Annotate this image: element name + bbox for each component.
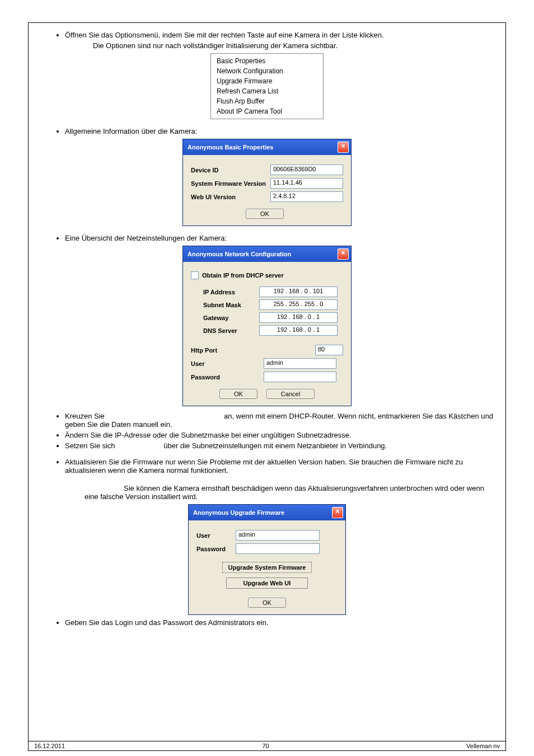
upgrade-system-button[interactable]: Upgrade System Firmware (222, 562, 312, 573)
dhcp-label: Obtain IP from DHCP server (202, 272, 284, 279)
close-icon[interactable]: × (332, 507, 343, 518)
device-id-value: 00606E8369D0 (270, 165, 343, 175)
upgrade-webui-button[interactable]: Upgrade Web UI (226, 577, 308, 589)
user-label: User (191, 360, 230, 367)
close-icon[interactable]: × (338, 142, 349, 153)
bullet-3: Eine Übersicht der Netzeinstellungen der… (65, 234, 497, 242)
page-footer: 16.12.2011 70 Velleman nv (29, 741, 505, 750)
close-icon[interactable]: × (338, 248, 349, 260)
bullet-7-text: Aktualisieren Sie die Firmware nur wenn … (65, 458, 463, 475)
pw-input[interactable] (264, 372, 336, 382)
dhcp-checkbox[interactable] (191, 271, 199, 279)
mask-input[interactable]: 255 . 255 . 255 . 0 (259, 299, 338, 310)
ip-label: IP Address (203, 289, 259, 295)
fw-value: 11.14.1.46 (270, 178, 343, 189)
footer-date: 16.12.2011 (34, 743, 65, 749)
bullet-4: Kreuzen Sie an, wenn mit einem DHCP-Rout… (65, 412, 497, 429)
dlg-basic-title: Anonymous Basic Properties (188, 144, 273, 151)
pw-label: Password (191, 374, 230, 381)
dlg-net-title: Anonymous Network Configuration (188, 251, 291, 257)
ctx-item-about[interactable]: About IP Camera Tool (217, 106, 312, 116)
ctx-item-upgrade[interactable]: Upgrade Firmware (217, 76, 312, 86)
mask-label: Subnet Mask (203, 302, 259, 308)
bullet-1-text: Öffnen Sie das Optionsmenü, indem Sie mi… (65, 31, 384, 39)
dns-label: DNS Server (203, 327, 259, 334)
webui-label: Web UI Version (191, 194, 270, 200)
ctx-item-flush[interactable]: Flush Arp Buffer (217, 96, 312, 106)
ip-input[interactable]: 192 . 168 . 0 . 101 (259, 287, 338, 297)
footer-company: Velleman nv (466, 743, 500, 749)
ctx-item-refresh[interactable]: Refresh Camera List (217, 86, 312, 96)
up-pw-input[interactable] (236, 543, 320, 554)
dns-input[interactable]: 192 . 168 . 0 . 1 (259, 325, 338, 336)
up-pw-label: Password (196, 546, 236, 552)
device-id-label: Device ID (191, 167, 270, 173)
cancel-button[interactable]: Cancel (266, 389, 315, 399)
bullet-5: Ändern Sie die IP-Adresse oder die Subne… (65, 431, 497, 439)
fw-label: System Firmware Version (191, 180, 270, 187)
ok-button[interactable]: OK (248, 598, 286, 608)
gw-input[interactable]: 192 . 168 . 0 . 1 (259, 312, 338, 323)
gw-label: Gateway (203, 314, 259, 321)
bullet-6: Setzen Sie sich über die Subnetzeinstell… (65, 442, 497, 450)
footer-page: 70 (262, 743, 269, 749)
ctx-item-basic[interactable]: Basic Properties (217, 56, 312, 66)
bullet-7: Aktualisieren Sie die Firmware nur wenn … (65, 458, 497, 483)
bullet-1-sub: Die Optionen sind nur nach vollständiger… (93, 41, 497, 50)
up-user-input[interactable]: admin (236, 530, 320, 541)
port-label: Http Port (191, 347, 230, 354)
user-input[interactable]: admin (264, 358, 336, 369)
bullet-8: Geben Sie das Login und das Passwort des… (65, 618, 497, 627)
webui-value: 2.4.8.12 (270, 191, 343, 202)
ok-button[interactable]: OK (246, 209, 284, 219)
bullet-2: Allgemeine Information über die Kamera: (65, 127, 497, 135)
port-input[interactable]: 80 (315, 345, 343, 355)
ctx-item-network[interactable]: Network Configuration (217, 66, 312, 76)
ok-button[interactable]: OK (219, 389, 257, 399)
dlg-up-title: Anonymous Upgrade Firmware (193, 509, 284, 516)
up-user-label: User (196, 532, 236, 539)
dialog-basic-properties: Anonymous Basic Properties × Device ID00… (182, 139, 352, 226)
context-menu[interactable]: Basic Properties Network Configuration U… (210, 53, 324, 119)
dialog-network-config: Anonymous Network Configuration × Obtain… (182, 246, 352, 406)
bullet-7-sub: Sie können die Kamera ernsthaft beschädi… (85, 484, 497, 501)
bullet-1: Öffnen Sie das Optionsmenü, indem Sie mi… (65, 31, 497, 39)
dialog-upgrade-firmware: Anonymous Upgrade Firmware × Useradmin P… (188, 504, 346, 615)
